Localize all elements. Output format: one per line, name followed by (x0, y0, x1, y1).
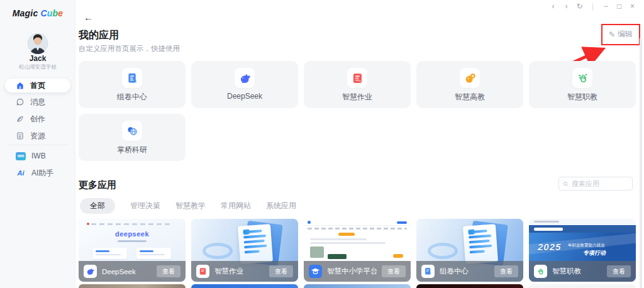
key-icon (460, 68, 480, 88)
sidebar-item-label: AI助手 (31, 168, 53, 179)
app-window: Magic Cube Jack 松山湖安适学校 首页 消息 (0, 0, 644, 288)
card-footer: 智慧中小学平台 查看 (304, 261, 411, 282)
partial-card[interactable] (416, 284, 523, 288)
user-school: 松山湖安适学校 (0, 64, 75, 71)
more-app-name: 智慧作业 (214, 267, 243, 276)
more-app-name: 智慧中小学平台 (327, 267, 378, 276)
document-icon (421, 265, 435, 278)
whale-icon (235, 68, 255, 88)
message-icon (16, 97, 25, 106)
minimize-icon[interactable]: − (599, 1, 613, 11)
sidebar-item-label: 资源 (30, 131, 45, 141)
logo-letter: u (47, 8, 53, 18)
more-apps-title: 更多应用 (79, 179, 116, 191)
tab-management[interactable]: 管理决策 (130, 198, 160, 214)
homework-icon (347, 68, 367, 88)
sidebar-item-label: IWB (31, 152, 46, 160)
my-app-card-homework[interactable]: 智慧作业 (304, 61, 411, 108)
user-name: Jack (0, 54, 75, 63)
iwb-icon: IWB (16, 152, 26, 160)
create-icon (16, 114, 25, 123)
my-app-card-vocational[interactable]: 智慧职教 (529, 61, 636, 108)
my-app-card-deepseek[interactable]: DeepSeek (191, 61, 298, 108)
my-app-card-exam-center[interactable]: 组卷中心 (79, 61, 186, 108)
more-app-card-homework[interactable]: 智慧作业 查看 (191, 219, 298, 282)
back-button[interactable]: ← (84, 12, 93, 23)
sidebar-item-label: 首页 (30, 80, 45, 91)
graduation-cap-icon (309, 265, 322, 278)
search-icon (563, 180, 569, 187)
sidebar-item-iwb[interactable]: IWB IWB (5, 149, 70, 163)
deepseek-wordmark: deepseek (79, 230, 186, 238)
my-app-label: 智慧作业 (342, 92, 372, 102)
my-app-label: 智慧高教 (455, 92, 485, 102)
more-app-name: 智慧职教 (552, 267, 581, 276)
sidebar-item-label: 消息 (30, 97, 45, 108)
controls-separator: | (586, 1, 599, 11)
view-button[interactable]: 查看 (157, 265, 180, 277)
my-app-card-higher-ed[interactable]: 智慧高教 (416, 61, 523, 108)
whale-icon (84, 265, 97, 278)
sidebar-item-resources[interactable]: 资源 (5, 129, 70, 143)
partial-card[interactable] (304, 284, 411, 288)
sidebar: Magic Cube Jack 松山湖安适学校 首页 消息 (0, 0, 75, 288)
vertical-scrollbar[interactable] (640, 38, 642, 288)
view-button[interactable]: 查看 (382, 265, 406, 277)
my-app-label: 组卷中心 (117, 92, 147, 102)
app-logo: Magic Cube (0, 8, 75, 18)
sidebar-item-ai-assistant[interactable]: Ai AI助手 (5, 166, 70, 180)
tab-system-apps[interactable]: 系统应用 (266, 198, 296, 214)
view-button[interactable]: 查看 (269, 265, 293, 277)
view-button[interactable]: 查看 (494, 265, 518, 277)
tab-common-sites[interactable]: 常用网站 (221, 198, 251, 214)
tab-smart-teaching[interactable]: 智慧教学 (175, 198, 206, 214)
document-icon (122, 68, 142, 88)
card-footer: 智慧作业 查看 (191, 261, 298, 282)
avatar (26, 31, 50, 55)
more-app-card-vocational[interactable]: 2025 年职业教育助力就业 专项行动 智慧职教 查看 (529, 219, 636, 282)
my-app-card-zhangqiao[interactable]: 掌桥科研 (79, 114, 186, 161)
more-app-name: DeepSeek (102, 268, 136, 275)
logo-letter: b (53, 8, 58, 18)
banner-year: 2025 (538, 241, 561, 252)
sidebar-item-create[interactable]: 创作 (5, 112, 70, 126)
more-app-card-deepseek[interactable]: deepseek DeepSeek 查看 (79, 219, 186, 282)
sidebar-item-label: 创作 (30, 114, 45, 125)
search-box[interactable] (558, 177, 633, 191)
partial-card[interactable] (79, 284, 186, 288)
window-controls: ‹ › ↻ | − □ × (547, 1, 639, 11)
avatar-image (27, 33, 48, 54)
nav-forward-icon[interactable]: › (560, 1, 573, 11)
homework-icon (196, 265, 209, 278)
logo-letter: e (58, 8, 63, 18)
hand-icon (534, 265, 547, 278)
logo-letter: C (40, 8, 47, 18)
view-button[interactable]: 查看 (607, 265, 631, 277)
partial-card[interactable] (529, 284, 636, 288)
card-footer: 组卷中心 查看 (416, 261, 523, 282)
nav-back-icon[interactable]: ‹ (547, 1, 560, 11)
ai-assistant-icon: Ai (16, 169, 26, 177)
globe-icon (122, 121, 142, 141)
page-title: 我的应用 (79, 29, 119, 42)
page-subtitle: 自定义应用首页展示，快捷使用 (79, 44, 180, 53)
more-app-card-k12-platform[interactable]: 智慧中小学平台 查看 (304, 219, 411, 282)
banner-subtext: 专项行动 (583, 249, 606, 257)
tab-all[interactable]: 全部 (80, 198, 115, 214)
maximize-icon[interactable]: □ (613, 1, 626, 11)
close-icon[interactable]: × (626, 1, 639, 11)
more-app-card-exam-center[interactable]: 组卷中心 查看 (416, 219, 523, 282)
sidebar-divider (8, 145, 68, 145)
refresh-icon[interactable]: ↻ (573, 1, 586, 11)
banner-text: 年职业教育助力就业 (568, 243, 605, 248)
logo-text-magic: Magic (13, 8, 38, 18)
more-app-name: 组卷中心 (440, 267, 469, 276)
sidebar-item-home[interactable]: 首页 (5, 79, 70, 92)
annotation-box (601, 24, 640, 45)
search-input[interactable] (572, 180, 628, 187)
partial-card[interactable] (191, 284, 298, 288)
sidebar-item-messages[interactable]: 消息 (5, 95, 70, 109)
card-footer: 智慧职教 查看 (529, 261, 636, 282)
my-app-label: 掌桥科研 (117, 145, 147, 155)
category-tabs: 全部 管理决策 智慧教学 常用网站 系统应用 (80, 198, 296, 214)
